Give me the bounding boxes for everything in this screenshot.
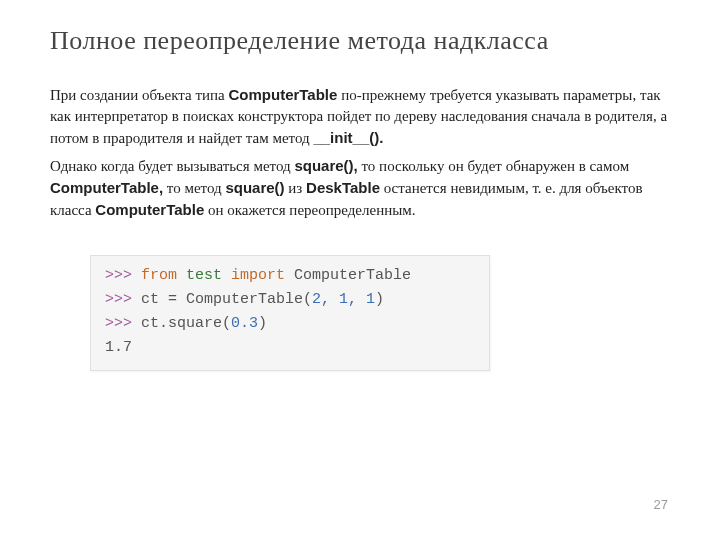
bold-init: __init__(). bbox=[313, 129, 383, 146]
slide-title: Полное переопределение метода надкласса bbox=[50, 26, 670, 56]
code-line-1: >>> from test import ComputerTable bbox=[105, 264, 475, 288]
bold-desktable: DeskTable bbox=[306, 179, 380, 196]
output-value: 1.7 bbox=[105, 339, 132, 356]
prompt: >>> bbox=[105, 315, 141, 332]
text: При создании объекта типа bbox=[50, 87, 228, 103]
text: из bbox=[285, 180, 306, 196]
code-line-2: >>> ct = ComputerTable(2, 1, 1) bbox=[105, 288, 475, 312]
code-block: >>> from test import ComputerTable >>> c… bbox=[90, 255, 490, 371]
keyword-from: from bbox=[141, 267, 177, 284]
class-name: ComputerTable bbox=[285, 267, 411, 284]
prompt: >>> bbox=[105, 267, 141, 284]
number-literal: 2, 1, 1 bbox=[312, 291, 375, 308]
text: он окажется переопределенным. bbox=[204, 202, 415, 218]
paragraph-1: При создании объекта типа ComputerTable … bbox=[50, 84, 670, 149]
code-text: ct = ComputerTable( bbox=[141, 291, 312, 308]
slide: Полное переопределение метода надкласса … bbox=[0, 0, 720, 540]
bold-square: square(), bbox=[294, 157, 357, 174]
body-text: При создании объекта типа ComputerTable … bbox=[50, 84, 670, 221]
number-literal: 0.3 bbox=[231, 315, 258, 332]
text: Однако когда будет вызываться метод bbox=[50, 158, 294, 174]
bold-computertable: ComputerTable, bbox=[50, 179, 163, 196]
code-text: ) bbox=[375, 291, 384, 308]
bold-square: square() bbox=[225, 179, 284, 196]
text: то поскольку он будет обнаружен в самом bbox=[358, 158, 629, 174]
code-text: ) bbox=[258, 315, 267, 332]
page-number: 27 bbox=[654, 497, 668, 512]
code-line-4: 1.7 bbox=[105, 336, 475, 360]
text: то метод bbox=[163, 180, 225, 196]
paragraph-2: Однако когда будет вызываться метод squa… bbox=[50, 155, 670, 221]
bold-computertable: ComputerTable bbox=[95, 201, 204, 218]
keyword-import: import bbox=[231, 267, 285, 284]
bold-computertable: ComputerTable bbox=[228, 86, 337, 103]
code-text: ct.square( bbox=[141, 315, 231, 332]
prompt: >>> bbox=[105, 291, 141, 308]
module-name: test bbox=[177, 267, 231, 284]
code-line-3: >>> ct.square(0.3) bbox=[105, 312, 475, 336]
